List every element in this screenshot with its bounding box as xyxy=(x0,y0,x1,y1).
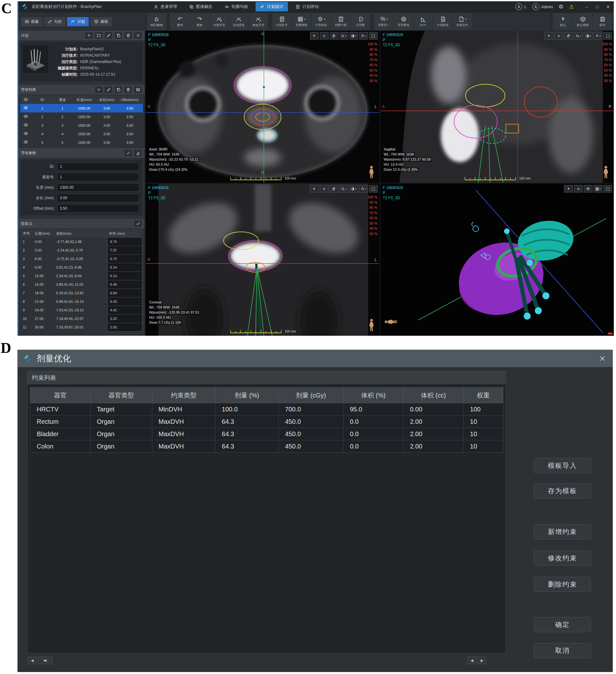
draw-catheter-button[interactable]: 勾画导管 xyxy=(210,13,229,30)
plan-prescription-button[interactable]: 计划处方 xyxy=(272,13,291,30)
constraint-row[interactable]: HRCTVTargetMinDVH100.0700.095.00.00100 xyxy=(30,403,503,416)
vp-hand-button[interactable] xyxy=(330,32,339,39)
apply-params-button[interactable] xyxy=(124,149,132,157)
tab-contour[interactable]: 勾画 xyxy=(44,17,66,26)
vp-contrast-button[interactable]: ▾ xyxy=(349,185,358,193)
vp-gear-button[interactable]: ⚙ xyxy=(584,185,593,193)
dwell-time-cell[interactable]: 6.14 xyxy=(107,272,142,280)
threed-viewport[interactable]: F 19690928PT2 FS_3D⚙▾ xyxy=(380,184,614,336)
session-user-admin[interactable]: Admin xyxy=(532,3,553,10)
control-file-button[interactable]: ▾控制文件 xyxy=(453,13,472,30)
vp-cursor-button[interactable] xyxy=(310,185,319,193)
dose-grid-button[interactable]: ▾剂量网格 xyxy=(292,13,311,30)
dwell-row[interactable]: 821.006.88,41.62,-16.196.43 xyxy=(21,298,142,306)
copy-plan-button[interactable] xyxy=(114,32,123,39)
vp-zoom-button[interactable]: ▾ xyxy=(340,32,348,39)
dwell-time-cell[interactable]: 9.74 xyxy=(107,238,142,246)
resize-handle-icon[interactable] xyxy=(38,657,52,664)
dwell-time-cell[interactable]: 6.73 xyxy=(107,255,142,263)
dwell-time-cell[interactable]: 6.43 xyxy=(107,298,142,306)
delete-constraint-button[interactable]: 删除约束 xyxy=(534,577,591,592)
dwell-time-cell[interactable]: 7.97 xyxy=(107,246,142,255)
dwell-time-cell[interactable]: 6.14 xyxy=(107,263,142,272)
axial-viewport[interactable]: F 19690928PT2 FS_3D▾▾A▾100 %90 %80 %70 %… xyxy=(146,31,379,183)
constraint-row[interactable]: RectumOrganMaxDVH64.3450.00.02.0010 xyxy=(30,416,503,428)
lock-unlock-button[interactable]: 锁定/解锁 xyxy=(147,13,166,30)
scroll-prev-button[interactable]: ◀ xyxy=(468,657,476,664)
vp-winlevel-button[interactable]: A▾ xyxy=(359,185,368,193)
undo-button[interactable]: ↶撤销 xyxy=(170,13,190,30)
vp-expand-button[interactable] xyxy=(603,32,612,39)
vp-cursor-button[interactable] xyxy=(564,185,573,193)
vp-winlevel-button[interactable]: A▾ xyxy=(594,32,602,39)
delete-plan-button[interactable] xyxy=(124,32,132,39)
visibility-cell[interactable] xyxy=(20,129,31,138)
dwell-row[interactable]: 512.002.34,41.33,-8.446.14 xyxy=(21,272,142,280)
isodose-line-button[interactable]: 等剂量线 xyxy=(394,13,413,30)
dwell-row[interactable]: 49.000.81,41.23,-5.866.14 xyxy=(21,263,142,272)
dwell-time-cell[interactable]: 6.49 xyxy=(107,280,142,289)
copy-catheter-button[interactable] xyxy=(114,86,123,93)
auto-extract-button[interactable]: 自动提取 xyxy=(229,13,248,30)
dwell-row[interactable]: 23.00-2.24,41.02,-0.707.97 xyxy=(21,246,142,255)
session-user-l[interactable]: L xyxy=(515,3,526,10)
close-dialog-button[interactable] xyxy=(597,353,607,364)
vp-contrast-button[interactable]: ▾ xyxy=(349,32,358,39)
modify-constraint-button[interactable]: 修改约束 xyxy=(534,551,591,566)
constraint-row[interactable]: ColonOrganMaxDVH64.3450.00.02.0010 xyxy=(30,440,503,453)
visibility-cell[interactable] xyxy=(20,104,31,112)
tab-modeling[interactable]: 建模 xyxy=(90,17,112,26)
vp-plus-button[interactable] xyxy=(554,32,563,39)
threed-scene[interactable] xyxy=(380,184,614,336)
catheter-row[interactable]: 111300.003.003.50 xyxy=(20,104,143,112)
visibility-cell[interactable] xyxy=(20,138,31,147)
visibility-cell[interactable] xyxy=(20,121,31,129)
vp-hand-button[interactable] xyxy=(330,185,339,193)
vp-expand-button[interactable] xyxy=(369,185,378,193)
scroll-left-button[interactable]: ◀ xyxy=(28,657,37,664)
cancel-button[interactable]: 取消 xyxy=(534,643,591,658)
vp-hand-button[interactable] xyxy=(564,32,573,39)
save-as-template-button[interactable]: 存为模板 xyxy=(534,483,591,498)
plan-report-button[interactable]: 计划报告 xyxy=(433,13,452,30)
vp-grid-button[interactable]: ▾ xyxy=(594,185,602,193)
tab-plan[interactable]: 计划 xyxy=(67,17,89,26)
vp-expand-button[interactable] xyxy=(603,185,612,193)
plan-optimize-button[interactable]: ⚙▾计划优化 xyxy=(312,13,331,30)
constraint-row[interactable]: BladderOrganMaxDVH64.3450.00.02.0010 xyxy=(30,428,503,440)
ok-button[interactable]: 确定 xyxy=(534,617,591,632)
dwell-time-cell[interactable]: 3.20 xyxy=(107,315,142,323)
dwell-row[interactable]: 1130.007.33,39.87,-25.012.50 xyxy=(21,323,142,332)
template-import-button[interactable]: 模板导入 xyxy=(534,458,591,473)
tab-image[interactable]: 图像 xyxy=(21,17,42,26)
close-window-button[interactable]: ✕ xyxy=(606,4,611,9)
default-button[interactable]: 默认 xyxy=(553,13,573,30)
apply-dwell-button[interactable] xyxy=(134,220,142,227)
nav-item-plan-evaluation[interactable]: 计划评估 xyxy=(291,2,323,11)
catheter-row[interactable]: 331300.003.003.50 xyxy=(20,121,143,129)
vp-expand-button[interactable] xyxy=(369,32,378,39)
nav-item-patient-management[interactable]: 患者管理 xyxy=(149,2,181,11)
vp-winlevel-button[interactable]: A▾ xyxy=(359,32,368,39)
dwell-row[interactable]: 1027.007.18,40.45,-22.073.20 xyxy=(21,315,142,323)
vp-plus-button[interactable] xyxy=(320,32,329,39)
save-button[interactable]: 保存 xyxy=(593,13,612,30)
close-plan-button[interactable] xyxy=(134,32,142,39)
default-view-button[interactable]: 默认视图 xyxy=(573,13,592,30)
dwell-row[interactable]: 718.005.39,41.53,-13.606.84 xyxy=(21,289,142,298)
vp-zoom-button[interactable]: ▾ xyxy=(574,32,583,39)
scroll-next-button[interactable]: ▶ xyxy=(478,657,486,664)
coronal-viewport[interactable]: F 19690928PT2 FS_3D▾▾A▾100 %90 %80 %70 %… xyxy=(146,184,379,336)
catheter-row[interactable]: 221300.003.003.50 xyxy=(20,112,143,121)
dwell-row[interactable]: 36.00-0.72,41.13,-3.286.73 xyxy=(21,255,142,263)
dose-calc-button[interactable]: 剂量计算 xyxy=(331,13,350,30)
vp-plus-button[interactable] xyxy=(320,185,329,193)
catheter-row[interactable]: 551300.003.003.50 xyxy=(20,138,143,147)
vp-plus-button[interactable] xyxy=(574,185,583,193)
param-input[interactable]: 1300.00 xyxy=(57,184,139,192)
param-input[interactable]: 3.00 xyxy=(57,194,139,202)
nav-item-registration-fusion[interactable]: 配准融合 xyxy=(184,2,217,11)
point-dose-button[interactable]: 点剂量 xyxy=(351,13,370,30)
vp-cursor-button[interactable] xyxy=(310,32,319,39)
add-catheter-button[interactable] xyxy=(94,86,103,93)
